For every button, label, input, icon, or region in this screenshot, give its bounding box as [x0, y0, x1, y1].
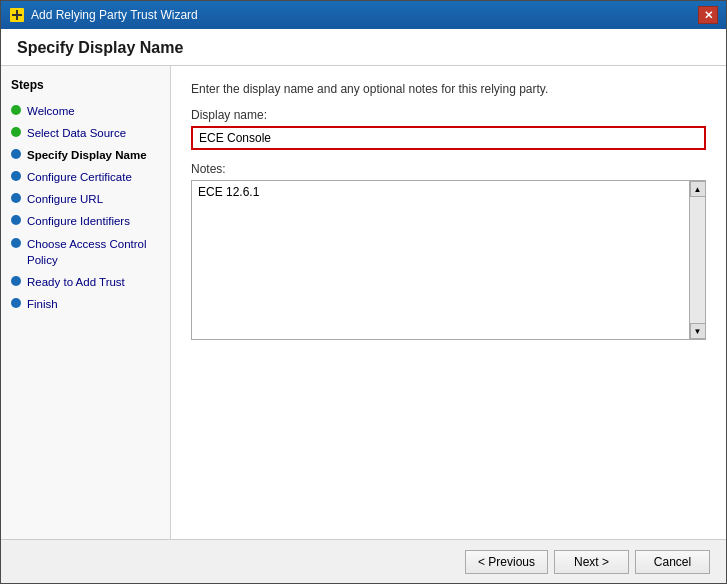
step-label-select-data-source: Select Data Source [27, 125, 126, 141]
step-label-choose-access-control-policy: Choose Access Control Policy [27, 236, 160, 268]
sidebar-item-ready-to-add-trust[interactable]: Ready to Add Trust [1, 271, 170, 293]
notes-container: ▲ ▼ [191, 180, 706, 340]
step-dot-specify-display-name [11, 149, 21, 159]
sidebar-item-configure-certificate[interactable]: Configure Certificate [1, 166, 170, 188]
cancel-button[interactable]: Cancel [635, 550, 710, 574]
step-dot-ready-to-add-trust [11, 276, 21, 286]
step-label-welcome: Welcome [27, 103, 75, 119]
notes-group: Notes: ▲ ▼ [191, 162, 706, 340]
sidebar-item-configure-url[interactable]: Configure URL [1, 188, 170, 210]
sidebar-item-select-data-source[interactable]: Select Data Source [1, 122, 170, 144]
close-button[interactable]: ✕ [698, 6, 718, 24]
page-title: Specify Display Name [17, 39, 710, 57]
main-panel: Enter the display name and any optional … [171, 66, 726, 539]
instruction-text: Enter the display name and any optional … [191, 82, 706, 96]
step-dot-configure-url [11, 193, 21, 203]
window-icon [9, 7, 25, 23]
scroll-up-button[interactable]: ▲ [690, 181, 706, 197]
display-name-group: Display name: [191, 108, 706, 150]
scrollbar-vertical: ▲ ▼ [689, 181, 705, 339]
step-label-configure-url: Configure URL [27, 191, 103, 207]
step-label-finish: Finish [27, 296, 58, 312]
steps-label: Steps [1, 78, 170, 100]
step-label-configure-identifiers: Configure Identifiers [27, 213, 130, 229]
next-button[interactable]: Next > [554, 550, 629, 574]
step-dot-choose-access-control-policy [11, 238, 21, 248]
display-name-label: Display name: [191, 108, 706, 122]
sidebar-item-finish[interactable]: Finish [1, 293, 170, 315]
window-title: Add Relying Party Trust Wizard [31, 8, 698, 22]
step-dot-configure-certificate [11, 171, 21, 181]
sidebar-item-welcome[interactable]: Welcome [1, 100, 170, 122]
svg-rect-2 [16, 10, 18, 20]
step-label-ready-to-add-trust: Ready to Add Trust [27, 274, 125, 290]
scroll-down-button[interactable]: ▼ [690, 323, 706, 339]
scroll-track [690, 197, 705, 323]
step-dot-select-data-source [11, 127, 21, 137]
step-dot-finish [11, 298, 21, 308]
notes-label: Notes: [191, 162, 706, 176]
previous-button[interactable]: < Previous [465, 550, 548, 574]
sidebar-item-specify-display-name[interactable]: Specify Display Name [1, 144, 170, 166]
step-dot-welcome [11, 105, 21, 115]
step-label-specify-display-name: Specify Display Name [27, 147, 147, 163]
display-name-input[interactable] [191, 126, 706, 150]
notes-textarea[interactable] [192, 181, 689, 339]
sidebar-item-configure-identifiers[interactable]: Configure Identifiers [1, 210, 170, 232]
wizard-window: Add Relying Party Trust Wizard ✕ Specify… [0, 0, 727, 584]
step-label-configure-certificate: Configure Certificate [27, 169, 132, 185]
sidebar: Steps WelcomeSelect Data SourceSpecify D… [1, 66, 171, 539]
step-dot-configure-identifiers [11, 215, 21, 225]
sidebar-item-choose-access-control-policy[interactable]: Choose Access Control Policy [1, 233, 170, 271]
page-header: Specify Display Name [1, 29, 726, 66]
content-area: Steps WelcomeSelect Data SourceSpecify D… [1, 66, 726, 539]
title-bar: Add Relying Party Trust Wizard ✕ [1, 1, 726, 29]
footer: < Previous Next > Cancel [1, 539, 726, 583]
